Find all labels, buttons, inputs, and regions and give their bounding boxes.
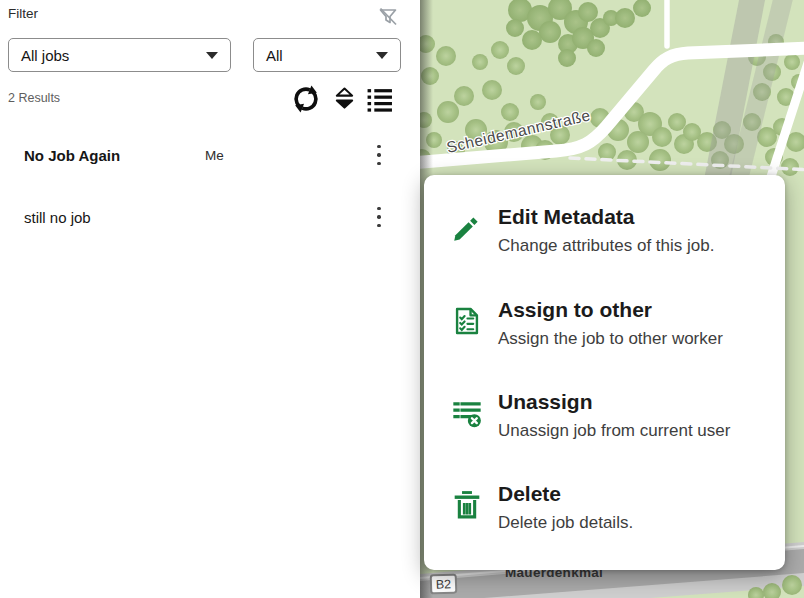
job-menu-button[interactable] <box>368 202 390 232</box>
refresh-icon <box>291 84 321 114</box>
job-title: still no job <box>24 209 91 226</box>
list-view-button[interactable] <box>366 86 393 113</box>
menu-item-description: Unassign job from current user <box>498 421 730 441</box>
trash-icon <box>450 488 484 522</box>
job-filter-dropdown[interactable]: All jobs <box>8 38 231 72</box>
results-count: 2 Results <box>8 91 60 105</box>
job-menu-button[interactable] <box>368 140 390 170</box>
menu-item-description: Assign the job to other worker <box>498 329 723 349</box>
menu-item-title: Edit Metadata <box>498 205 714 228</box>
menu-item-description: Delete job details. <box>498 513 633 533</box>
menu-item-edit-metadata[interactable]: Edit Metadata Change attributes of this … <box>450 205 771 271</box>
type-filter-value: All <box>266 47 376 64</box>
menu-item-title: Unassign <box>498 390 730 413</box>
assign-checklist-icon <box>450 304 484 338</box>
job-assignee: Me <box>205 148 224 163</box>
job-title: No Job Again <box>24 147 120 164</box>
menu-item-delete[interactable]: Delete Delete job details. <box>450 482 771 548</box>
filter-clear-icon <box>376 5 400 29</box>
menu-item-title: Delete <box>498 482 633 505</box>
chevron-down-icon <box>206 52 218 59</box>
type-filter-dropdown[interactable]: All <box>253 38 401 72</box>
menu-item-title: Assign to other <box>498 298 723 321</box>
job-row[interactable]: still no job <box>0 199 416 235</box>
job-row[interactable]: No Job Again Me <box>0 137 416 173</box>
unassign-list-icon <box>450 396 484 430</box>
svg-text:B2: B2 <box>436 577 452 592</box>
menu-item-assign-to-other[interactable]: Assign to other Assign the job to other … <box>450 298 771 364</box>
chevron-down-icon <box>376 52 388 59</box>
pencil-icon <box>450 211 484 245</box>
sort-icon <box>333 86 356 111</box>
job-context-menu: Edit Metadata Change attributes of this … <box>424 175 785 570</box>
app-root: Scheidemannstraße Mauerdenkmal B2 Filter… <box>0 0 804 598</box>
menu-item-unassign[interactable]: Unassign Unassign job from current user <box>450 390 771 456</box>
road-badge: B2 <box>431 575 457 594</box>
list-view-icon <box>366 86 393 113</box>
kebab-menu-icon <box>377 145 380 148</box>
sort-button[interactable] <box>333 86 356 111</box>
job-filter-value: All jobs <box>21 47 206 64</box>
menu-item-description: Change attributes of this job. <box>498 236 714 256</box>
filter-clear-button[interactable] <box>374 3 402 31</box>
filter-panel: Filter All jobs All 2 Results <box>0 0 420 598</box>
kebab-menu-icon <box>377 207 380 210</box>
filter-title: Filter <box>8 6 38 21</box>
refresh-button[interactable] <box>291 84 321 114</box>
